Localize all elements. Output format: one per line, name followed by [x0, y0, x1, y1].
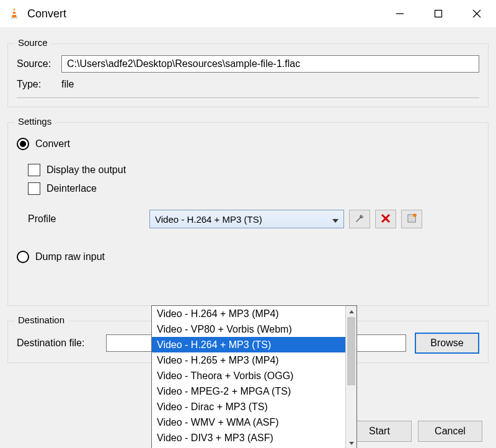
type-label: Type:: [17, 79, 61, 90]
type-value: file: [61, 79, 74, 90]
profile-option[interactable]: Audio - Vorbis (OGG): [152, 446, 345, 448]
profile-option[interactable]: Video - H.264 + MP3 (MP4): [152, 306, 345, 321]
wrench-icon: [354, 213, 365, 226]
settings-legend: Settings: [14, 116, 55, 127]
svg-rect-3: [11, 17, 18, 19]
svg-rect-5: [435, 11, 442, 17]
profile-option[interactable]: Video - DIV3 + MP3 (ASF): [152, 430, 345, 446]
svg-rect-1: [12, 11, 16, 12]
source-label: Source:: [17, 58, 61, 69]
settings-group: Settings Convert Display the output Dein…: [7, 122, 489, 306]
display-output-label: Display the output: [46, 164, 126, 176]
start-button-label: Start: [369, 426, 390, 437]
browse-button[interactable]: Browse: [415, 333, 479, 354]
convert-label: Convert: [35, 138, 70, 150]
dropdown-scrollbar[interactable]: [345, 306, 356, 448]
scroll-thumb[interactable]: [347, 317, 355, 385]
new-profile-button[interactable]: [401, 210, 422, 228]
svg-marker-0: [12, 7, 17, 17]
deinterlace-label: Deinterlace: [46, 183, 97, 194]
display-output-checkbox[interactable]: [28, 164, 40, 176]
cancel-button-label: Cancel: [435, 426, 466, 437]
profile-option[interactable]: Video - H.265 + MP3 (MP4): [152, 352, 345, 368]
source-divider: [17, 97, 479, 98]
window-title: Convert: [27, 7, 66, 20]
x-red-icon: [381, 213, 391, 225]
convert-radio[interactable]: [17, 138, 29, 150]
svg-marker-8: [332, 219, 339, 223]
dump-raw-radio[interactable]: [17, 251, 29, 263]
profile-option[interactable]: Video - H.264 + MP3 (TS): [152, 337, 345, 352]
vlc-cone-icon: [7, 6, 21, 22]
svg-rect-2: [12, 14, 17, 15]
svg-marker-17: [349, 442, 354, 445]
minimize-button[interactable]: [381, 0, 419, 27]
cancel-button[interactable]: Cancel: [418, 421, 482, 442]
titlebar: Convert: [0, 0, 496, 27]
profile-option[interactable]: Video - Dirac + MP3 (TS): [152, 399, 345, 414]
profile-option[interactable]: Video - Theora + Vorbis (OGG): [152, 368, 345, 383]
dump-raw-label: Dump raw input: [35, 251, 105, 262]
svg-marker-16: [349, 310, 354, 313]
deinterlace-checkbox[interactable]: [28, 182, 40, 195]
delete-profile-button[interactable]: [375, 210, 396, 228]
profile-option[interactable]: Video - VP80 + Vorbis (Webm): [152, 321, 345, 337]
svg-point-15: [413, 213, 417, 217]
close-button[interactable]: [458, 0, 496, 27]
source-group: Source Source: Type: file: [7, 43, 489, 107]
profile-option[interactable]: Video - MPEG-2 + MPGA (TS): [152, 383, 345, 399]
profile-label: Profile: [28, 213, 149, 225]
chevron-down-icon: [332, 214, 339, 225]
profile-dropdown-list[interactable]: Video - H.264 + MP3 (MP4)Video - VP80 + …: [151, 305, 357, 448]
profile-selected-text: Video - H.264 + MP3 (TS): [155, 214, 262, 225]
browse-button-label: Browse: [430, 338, 463, 349]
scroll-up-button[interactable]: [346, 306, 356, 317]
source-legend: Source: [14, 37, 51, 48]
destination-file-label: Destination file:: [17, 338, 106, 349]
new-document-icon: [407, 213, 417, 225]
maximize-button[interactable]: [419, 0, 458, 27]
profile-option[interactable]: Video - WMV + WMA (ASF): [152, 414, 345, 430]
destination-legend: Destination: [14, 315, 68, 325]
scroll-down-button[interactable]: [346, 437, 356, 448]
source-input[interactable]: [61, 55, 479, 73]
edit-profile-button[interactable]: [349, 210, 370, 228]
profile-combobox[interactable]: Video - H.264 + MP3 (TS): [149, 210, 344, 228]
